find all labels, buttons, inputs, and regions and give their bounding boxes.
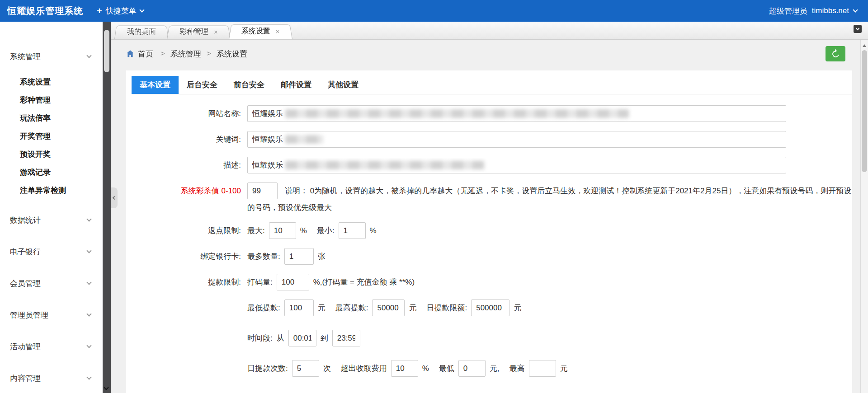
form-row-keywords: 关键词: [132, 131, 852, 148]
user-role-label: 超级管理员 [769, 6, 807, 16]
form-row-time-range: 时间段: 从 到 [132, 330, 852, 346]
rebate-max-input[interactable] [269, 222, 296, 239]
settings-panel: 基本设置 后台安全 前台安全 邮件设置 其他设置 网站名称: [126, 70, 852, 393]
tab-email-settings[interactable]: 邮件设置 [273, 76, 320, 94]
sidebar-item-lottery-mgmt[interactable]: 彩种管理 [0, 91, 103, 109]
chevron-down-icon [86, 311, 91, 316]
bank-card-label: 绑定银行卡: [132, 251, 247, 262]
user-menu-button[interactable]: 超级管理员 timibbs.net [769, 6, 868, 16]
sidebar-collapse-handle[interactable] [111, 187, 118, 208]
sidebar-item-activity-mgmt[interactable]: 活动管理 [0, 335, 103, 358]
quick-menu-button[interactable]: + 快捷菜单 [97, 6, 144, 16]
daily-limit-label: 日提款限额: [426, 303, 467, 313]
tab-system-settings[interactable]: 系统设置 × [229, 23, 292, 39]
excess-fee-input[interactable] [391, 360, 418, 377]
sidebar-item-label: 数据统计 [10, 215, 41, 225]
tab-basic-settings[interactable]: 基本设置 [132, 76, 179, 94]
sidebar-item-content-mgmt[interactable]: 内容管理 [0, 367, 103, 389]
turnover-unit: %,(打码量 = 充值金额 乘 **%) [313, 277, 415, 287]
withdraw-limit-label: 提款限制: [132, 277, 247, 287]
bank-qty-label: 最多数量: [247, 251, 280, 262]
scroll-down-icon[interactable] [104, 385, 108, 390]
sidebar-item-system-settings[interactable]: 系统设置 [0, 73, 103, 91]
form-row-daily-times: 日提款次数: 次 超出收取费用 % 最低 元, 最高 [132, 360, 852, 377]
topbar: 恒耀娱乐管理系统 + 快捷菜单 超级管理员 timibbs.net [0, 0, 868, 22]
fee-max-input[interactable] [529, 360, 556, 377]
plus-icon: + [97, 6, 102, 15]
kill-value-help-text: 说明： 0为随机，设置的越大，被杀掉的几率越大（无延迟，不卡奖，设置后立马生效，… [247, 187, 851, 212]
chevron-down-icon [853, 7, 858, 12]
app-root: 恒耀娱乐管理系统 + 快捷菜单 超级管理员 timibbs.net 系统管理 系… [0, 0, 868, 393]
rebate-max-label: 最大: [247, 225, 265, 236]
form-row-bank-card: 绑定银行卡: 最多数量: 张 [132, 248, 852, 265]
site-name-input[interactable] [247, 105, 786, 122]
turnover-input[interactable] [277, 274, 309, 290]
kill-value-input[interactable] [247, 182, 278, 199]
tab-my-desktop[interactable]: 我的桌面 [114, 24, 169, 39]
keywords-label: 关键词: [132, 134, 247, 145]
sidebar-item-label: 电子银行 [10, 247, 41, 257]
scroll-up-icon[interactable] [863, 42, 866, 47]
refresh-button[interactable] [826, 46, 845, 61]
breadcrumb-home[interactable]: 首页 [138, 49, 153, 59]
app-title: 恒耀娱乐管理系统 [0, 5, 97, 17]
fee-min-input[interactable] [458, 360, 486, 377]
sidebar-item-admin-mgmt[interactable]: 管理员管理 [0, 304, 103, 326]
time-to-input[interactable] [332, 330, 360, 346]
bank-qty-input[interactable] [284, 248, 314, 265]
sidebar-item-e-bank[interactable]: 电子银行 [0, 240, 103, 263]
withdraw-max-unit: 元 [409, 303, 416, 313]
rebate-min-input[interactable] [339, 222, 366, 239]
sidebar-item-member-mgmt[interactable]: 会员管理 [0, 272, 103, 295]
sidebar-scrollbar-thumb[interactable] [104, 30, 109, 72]
sidebar-item-play-rate[interactable]: 玩法倍率 [0, 109, 103, 127]
breadcrumb-system-mgmt: 系统管理 [170, 49, 201, 59]
tab-frontend-security[interactable]: 前台安全 [226, 76, 273, 94]
description-input[interactable] [247, 157, 786, 173]
close-icon[interactable]: × [276, 28, 280, 35]
sidebar-item-draw-mgmt[interactable]: 开奖管理 [0, 127, 103, 145]
breadcrumb-separator: > [207, 49, 211, 58]
tab-menu-button[interactable] [854, 25, 862, 33]
bank-qty-unit: 张 [318, 251, 326, 262]
sidebar-item-label: 管理员管理 [10, 310, 48, 320]
time-from-input[interactable] [288, 330, 316, 346]
description-label: 描述: [132, 160, 247, 170]
keywords-input[interactable] [247, 131, 786, 148]
fee-max-unit: 元 [560, 363, 568, 374]
time-to-label: 到 [321, 333, 328, 343]
sidebar: 系统管理 系统设置 彩种管理 玩法倍率 开奖管理 预设开奖 游戏记录 注单异常检… [0, 22, 103, 393]
time-range-label: 时间段: [247, 333, 273, 343]
time-from-label: 从 [277, 333, 284, 343]
daily-times-input[interactable] [292, 360, 319, 377]
sidebar-item-system-mgmt[interactable]: 系统管理 [0, 45, 103, 68]
sidebar-scrollbar[interactable] [103, 22, 111, 393]
page-scrollbar[interactable] [860, 40, 868, 393]
chevron-left-icon [112, 196, 116, 200]
sidebar-item-data-stats[interactable]: 数据统计 [0, 209, 103, 231]
sidebar-item-label: 内容管理 [10, 373, 41, 384]
close-icon[interactable]: × [214, 28, 218, 35]
sidebar-item-label: 会员管理 [10, 278, 41, 289]
turnover-label: 打码量: [247, 277, 273, 287]
tab-lottery-mgmt[interactable]: 彩种管理 × [167, 24, 231, 39]
sidebar-item-label: 系统管理 [10, 51, 41, 62]
tab-other-settings[interactable]: 其他设置 [320, 76, 367, 94]
form-row-withdraw-amounts: 最低提款: 元 最高提款: 元 日提款限额: 元 [132, 299, 852, 316]
page-scrollbar-thumb[interactable] [862, 50, 867, 172]
chevron-down-icon [86, 53, 91, 58]
withdraw-max-input[interactable] [372, 299, 405, 316]
daily-limit-input[interactable] [471, 299, 509, 316]
chevron-down-icon [86, 343, 91, 348]
form-row-withdraw-limit: 提款限制: 打码量: %,(打码量 = 充值金额 乘 **%) [132, 274, 852, 290]
form-row-rebate: 返点限制: 最大: % 最小: % [132, 222, 852, 239]
withdraw-min-input[interactable] [284, 299, 314, 316]
sidebar-item-game-records[interactable]: 游戏记录 [0, 164, 103, 182]
tab-backend-security[interactable]: 后台安全 [179, 76, 226, 94]
withdraw-max-label: 最高提款: [335, 303, 368, 313]
settings-tabs: 基本设置 后台安全 前台安全 邮件设置 其他设置 [132, 76, 852, 94]
chevron-down-icon [86, 280, 91, 285]
sidebar-item-abnormal-order-check[interactable]: 注单异常检测 [0, 182, 103, 200]
home-icon [126, 50, 134, 58]
sidebar-item-preset-draw[interactable]: 预设开奖 [0, 145, 103, 164]
